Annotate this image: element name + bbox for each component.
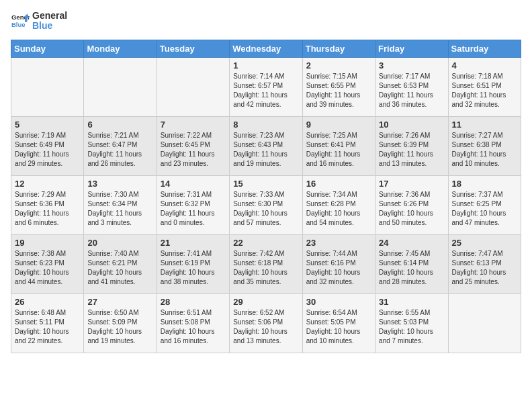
calendar-cell: 3Sunrise: 7:17 AM Sunset: 6:53 PM Daylig… [375, 57, 448, 116]
cell-content: Sunrise: 7:29 AM Sunset: 6:36 PM Dayligh… [15, 190, 80, 228]
calendar-cell: 31Sunrise: 6:55 AM Sunset: 5:03 PM Dayli… [375, 293, 448, 353]
day-number: 12 [15, 179, 80, 189]
calendar-cell: 11Sunrise: 7:27 AM Sunset: 6:38 PM Dayli… [448, 116, 521, 175]
cell-content: Sunrise: 7:27 AM Sunset: 6:38 PM Dayligh… [452, 131, 517, 169]
cell-content: Sunrise: 7:25 AM Sunset: 6:41 PM Dayligh… [306, 131, 371, 169]
day-number: 9 [306, 120, 371, 130]
calendar-cell: 18Sunrise: 7:37 AM Sunset: 6:25 PM Dayli… [448, 175, 521, 234]
day-number: 5 [15, 120, 80, 130]
week-row-3: 19Sunrise: 7:38 AM Sunset: 6:23 PM Dayli… [11, 234, 521, 293]
cell-content: Sunrise: 7:45 AM Sunset: 6:14 PM Dayligh… [379, 249, 444, 287]
day-number: 8 [233, 120, 298, 130]
cell-content: Sunrise: 7:44 AM Sunset: 6:16 PM Dayligh… [306, 249, 371, 287]
calendar-cell: 22Sunrise: 7:42 AM Sunset: 6:18 PM Dayli… [230, 234, 302, 293]
day-number: 1 [233, 60, 298, 71]
day-number: 18 [452, 179, 517, 189]
cell-content: Sunrise: 7:38 AM Sunset: 6:23 PM Dayligh… [15, 249, 80, 287]
cell-content: Sunrise: 7:22 AM Sunset: 6:45 PM Dayligh… [161, 131, 226, 169]
calendar-cell: 16Sunrise: 7:34 AM Sunset: 6:28 PM Dayli… [302, 175, 375, 234]
cell-content: Sunrise: 7:42 AM Sunset: 6:18 PM Dayligh… [233, 249, 298, 287]
day-header-friday: Friday [375, 40, 448, 57]
calendar-cell: 1Sunrise: 7:14 AM Sunset: 6:57 PM Daylig… [230, 57, 302, 116]
calendar-cell: 19Sunrise: 7:38 AM Sunset: 6:23 PM Dayli… [11, 234, 84, 293]
week-row-0: 1Sunrise: 7:14 AM Sunset: 6:57 PM Daylig… [11, 57, 521, 116]
day-number: 4 [452, 60, 517, 71]
day-number: 10 [379, 120, 444, 130]
calendar-cell: 25Sunrise: 7:47 AM Sunset: 6:13 PM Dayli… [448, 234, 521, 293]
cell-content: Sunrise: 7:18 AM Sunset: 6:51 PM Dayligh… [452, 72, 517, 109]
week-row-1: 5Sunrise: 7:19 AM Sunset: 6:49 PM Daylig… [11, 116, 521, 175]
cell-content: Sunrise: 7:15 AM Sunset: 6:55 PM Dayligh… [306, 72, 371, 109]
calendar-cell: 15Sunrise: 7:33 AM Sunset: 6:30 PM Dayli… [230, 175, 302, 234]
calendar-cell [157, 57, 229, 116]
day-header-sunday: Sunday [11, 40, 84, 57]
cell-content: Sunrise: 6:54 AM Sunset: 5:05 PM Dayligh… [306, 308, 371, 346]
cell-content: Sunrise: 7:17 AM Sunset: 6:53 PM Dayligh… [379, 72, 444, 109]
calendar-cell: 13Sunrise: 7:30 AM Sunset: 6:34 PM Dayli… [84, 175, 157, 234]
logo-icon: General Blue [11, 11, 30, 30]
svg-text:Blue: Blue [11, 21, 26, 28]
header-row: SundayMondayTuesdayWednesdayThursdayFrid… [11, 40, 521, 57]
day-number: 23 [306, 238, 371, 248]
day-number: 6 [87, 120, 152, 130]
day-number: 22 [233, 238, 298, 248]
cell-content: Sunrise: 6:50 AM Sunset: 5:09 PM Dayligh… [87, 308, 152, 346]
calendar-cell: 28Sunrise: 6:51 AM Sunset: 5:08 PM Dayli… [157, 293, 229, 353]
cell-content: Sunrise: 7:36 AM Sunset: 6:26 PM Dayligh… [379, 190, 444, 228]
day-header-saturday: Saturday [448, 40, 521, 57]
calendar-header: SundayMondayTuesdayWednesdayThursdayFrid… [11, 40, 521, 57]
cell-content: Sunrise: 7:41 AM Sunset: 6:19 PM Dayligh… [161, 249, 226, 287]
week-row-4: 26Sunrise: 6:48 AM Sunset: 5:11 PM Dayli… [11, 293, 521, 353]
day-number: 31 [379, 297, 444, 307]
cell-content: Sunrise: 6:52 AM Sunset: 5:06 PM Dayligh… [233, 308, 298, 346]
day-number: 15 [233, 179, 298, 189]
calendar-cell: 2Sunrise: 7:15 AM Sunset: 6:55 PM Daylig… [302, 57, 375, 116]
day-number: 2 [306, 60, 371, 71]
logo-general: General [32, 11, 67, 21]
cell-content: Sunrise: 7:34 AM Sunset: 6:28 PM Dayligh… [306, 190, 371, 228]
cell-content: Sunrise: 7:23 AM Sunset: 6:43 PM Dayligh… [233, 131, 298, 169]
calendar-cell: 10Sunrise: 7:26 AM Sunset: 6:39 PM Dayli… [375, 116, 448, 175]
logo-blue: Blue [32, 21, 67, 31]
calendar-cell: 12Sunrise: 7:29 AM Sunset: 6:36 PM Dayli… [11, 175, 84, 234]
day-header-tuesday: Tuesday [157, 40, 229, 57]
calendar-cell: 7Sunrise: 7:22 AM Sunset: 6:45 PM Daylig… [157, 116, 229, 175]
day-number: 13 [87, 179, 152, 189]
day-number: 7 [161, 120, 226, 130]
day-number: 25 [452, 238, 517, 248]
day-number: 14 [161, 179, 226, 189]
calendar-cell: 9Sunrise: 7:25 AM Sunset: 6:41 PM Daylig… [302, 116, 375, 175]
day-header-wednesday: Wednesday [230, 40, 302, 57]
day-number: 16 [306, 179, 371, 189]
calendar-cell: 21Sunrise: 7:41 AM Sunset: 6:19 PM Dayli… [157, 234, 229, 293]
cell-content: Sunrise: 7:31 AM Sunset: 6:32 PM Dayligh… [161, 190, 226, 228]
day-number: 29 [233, 297, 298, 307]
cell-content: Sunrise: 6:55 AM Sunset: 5:03 PM Dayligh… [379, 308, 444, 346]
cell-content: Sunrise: 7:47 AM Sunset: 6:13 PM Dayligh… [452, 249, 517, 287]
calendar-cell: 29Sunrise: 6:52 AM Sunset: 5:06 PM Dayli… [230, 293, 302, 353]
day-number: 17 [379, 179, 444, 189]
calendar-cell: 24Sunrise: 7:45 AM Sunset: 6:14 PM Dayli… [375, 234, 448, 293]
day-number: 30 [306, 297, 371, 307]
day-number: 26 [15, 297, 80, 307]
cell-content: Sunrise: 7:33 AM Sunset: 6:30 PM Dayligh… [233, 190, 298, 228]
day-number: 28 [161, 297, 226, 307]
cell-content: Sunrise: 7:14 AM Sunset: 6:57 PM Dayligh… [233, 72, 298, 109]
cell-content: Sunrise: 6:51 AM Sunset: 5:08 PM Dayligh… [161, 308, 226, 346]
day-number: 3 [379, 60, 444, 71]
calendar-cell: 26Sunrise: 6:48 AM Sunset: 5:11 PM Dayli… [11, 293, 84, 353]
calendar-table: SundayMondayTuesdayWednesdayThursdayFrid… [11, 40, 521, 353]
cell-content: Sunrise: 7:21 AM Sunset: 6:47 PM Dayligh… [87, 131, 152, 169]
calendar-body: 1Sunrise: 7:14 AM Sunset: 6:57 PM Daylig… [11, 57, 521, 353]
cell-content: Sunrise: 7:30 AM Sunset: 6:34 PM Dayligh… [87, 190, 152, 228]
day-number: 20 [87, 238, 152, 248]
day-number: 19 [15, 238, 80, 248]
day-header-monday: Monday [84, 40, 157, 57]
logo: General Blue General Blue [11, 11, 67, 32]
calendar-cell: 20Sunrise: 7:40 AM Sunset: 6:21 PM Dayli… [84, 234, 157, 293]
cell-content: Sunrise: 7:19 AM Sunset: 6:49 PM Dayligh… [15, 131, 80, 169]
calendar-cell [448, 293, 521, 353]
calendar-cell: 23Sunrise: 7:44 AM Sunset: 6:16 PM Dayli… [302, 234, 375, 293]
calendar-cell: 5Sunrise: 7:19 AM Sunset: 6:49 PM Daylig… [11, 116, 84, 175]
calendar-cell: 17Sunrise: 7:36 AM Sunset: 6:26 PM Dayli… [375, 175, 448, 234]
